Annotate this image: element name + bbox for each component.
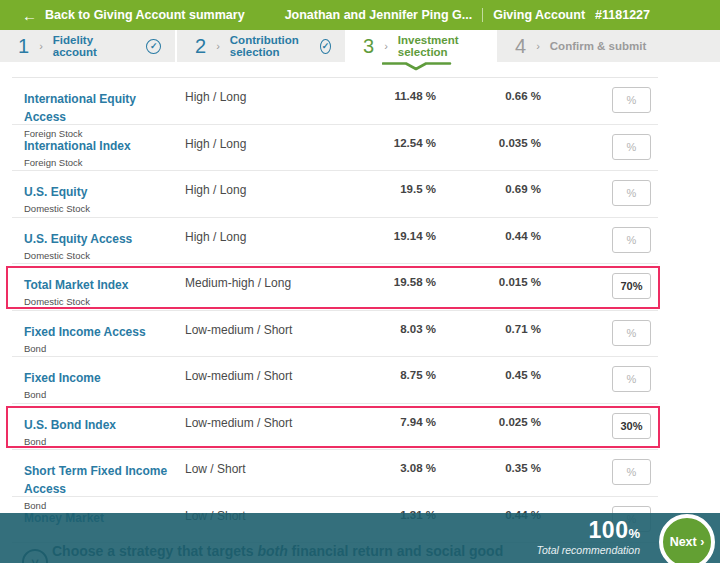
account-info: Jonathan and Jennifer Ping G... Giving A…: [285, 8, 720, 22]
fund-return-pct: 19.58 %: [302, 275, 442, 310]
allocation-input[interactable]: [612, 180, 651, 206]
fund-row: Short Term Fixed Income Access Bond Low …: [12, 450, 658, 497]
fund-name-link[interactable]: Total Market Index: [24, 278, 128, 292]
fund-category: Foreign Stock: [24, 157, 172, 168]
fund-return-pct: 8.75 %: [302, 368, 442, 403]
fund-expense-pct: 0.035 %: [442, 136, 547, 171]
fund-risk: High / Long: [172, 136, 302, 171]
allocation-input[interactable]: [612, 227, 651, 253]
fund-name-link[interactable]: U.S. Bond Index: [24, 418, 116, 432]
step-label: Contribution selection: [230, 34, 312, 58]
total-label: Total recommendation: [536, 544, 640, 556]
fund-name-cell: Total Market Index Domestic Stock: [12, 275, 172, 310]
fund-risk: High / Long: [172, 182, 302, 217]
allocation-input[interactable]: [612, 366, 651, 392]
total-unit: %: [628, 526, 640, 541]
fund-category: Domestic Stock: [24, 250, 172, 261]
fund-row: Fixed Income Bond Low-medium / Short 8.7…: [12, 357, 658, 404]
chevron-right-icon: ›: [384, 40, 388, 52]
fund-name-link[interactable]: U.S. Equity Access: [24, 232, 132, 246]
fund-category: Domestic Stock: [24, 296, 172, 307]
fund-category: Bond: [24, 343, 172, 354]
fund-name-link[interactable]: International Index: [24, 139, 131, 153]
chevron-right-icon: ›: [216, 40, 220, 52]
allocation-input[interactable]: [612, 320, 651, 346]
fund-name-cell: Fixed Income Bond: [12, 368, 172, 403]
account-label: Giving Account: [493, 8, 585, 22]
fund-rows: International Equity Access Foreign Stoc…: [12, 78, 658, 543]
fund-row: International Index Foreign Stock High /…: [12, 125, 658, 172]
fund-name-cell: U.S. Equity Access Domestic Stock: [12, 229, 172, 264]
allocation-input[interactable]: [612, 134, 651, 160]
step-confirm-submit[interactable]: 4 › Confirm & submit: [497, 30, 720, 62]
allocation-cell: [547, 368, 658, 403]
fund-row: U.S. Bond Index Bond Low-medium / Short …: [12, 404, 658, 451]
step-label: Confirm & submit: [550, 40, 646, 52]
step-navigation: 1 › Fidelity account ✓ 2 › Contribution …: [0, 30, 720, 62]
fund-name-link[interactable]: International Equity Access: [24, 92, 136, 124]
fund-name-link[interactable]: Fixed Income: [24, 371, 101, 385]
fund-expense-pct: 0.69 %: [442, 182, 547, 217]
fund-return-pct: 12.54 %: [302, 136, 442, 171]
fund-row: Fixed Income Access Bond Low-medium / Sh…: [12, 311, 658, 358]
fund-name-cell: U.S. Equity Domestic Stock: [12, 182, 172, 217]
chevron-right-icon: ›: [536, 40, 540, 52]
fund-return-pct: 19.5 %: [302, 182, 442, 217]
step-number: 4: [515, 36, 526, 56]
fund-row: U.S. Equity Domestic Stock High / Long 1…: [12, 171, 658, 218]
scrolled-row-edge: [12, 62, 658, 78]
step-investment-selection[interactable]: 3 › Investment selection: [345, 30, 497, 62]
allocation-cell: [547, 415, 658, 450]
fund-expense-pct: 0.015 %: [442, 275, 547, 310]
allocation-cell: [547, 275, 658, 310]
allocation-input[interactable]: [612, 87, 651, 113]
fund-row: Total Market Index Domestic Stock Medium…: [12, 264, 658, 311]
giving-account-page: ← Back to Giving Account summary Jonatha…: [0, 0, 720, 563]
step-label: Fidelity account: [53, 34, 139, 58]
top-bar: ← Back to Giving Account summary Jonatha…: [0, 0, 720, 30]
fund-return-pct: 7.94 %: [302, 415, 442, 450]
fund-category: Bond: [24, 436, 172, 447]
total-recommendation: 100% Total recommendation: [536, 517, 640, 556]
fund-table: International Equity Access Foreign Stoc…: [12, 62, 658, 543]
step-number: 2: [195, 36, 206, 56]
allocation-cell: [547, 322, 658, 357]
allocation-input[interactable]: [612, 413, 651, 439]
fund-name-link[interactable]: U.S. Equity: [24, 185, 87, 199]
step-fidelity-account[interactable]: 1 › Fidelity account ✓: [0, 30, 177, 62]
fund-row: U.S. Equity Access Domestic Stock High /…: [12, 218, 658, 265]
fund-expense-pct: 0.45 %: [442, 368, 547, 403]
fund-category: Bond: [24, 389, 172, 400]
fund-expense-pct: 0.71 %: [442, 322, 547, 357]
allocation-cell: [547, 136, 658, 171]
allocation-input[interactable]: [612, 273, 651, 299]
fund-name-cell: U.S. Bond Index Bond: [12, 415, 172, 450]
fund-name-link[interactable]: Fixed Income Access: [24, 325, 146, 339]
account-name: Jonathan and Jennifer Ping G...: [285, 8, 473, 22]
back-arrow-icon: ←: [22, 8, 37, 23]
fund-risk: Low-medium / Short: [172, 368, 302, 403]
allocation-input[interactable]: [612, 459, 651, 485]
fund-risk: High / Long: [172, 229, 302, 264]
total-bar: 100% Total recommendation Next ›: [0, 513, 720, 563]
step-contribution-selection[interactable]: 2 › Contribution selection ✓: [177, 30, 345, 62]
total-value: 100: [589, 517, 629, 543]
check-circle-icon: ✓: [320, 39, 331, 54]
fund-return-pct: 19.14 %: [302, 229, 442, 264]
fund-name-cell: Fixed Income Access Bond: [12, 322, 172, 357]
fund-expense-pct: 0.025 %: [442, 415, 547, 450]
divider: [482, 8, 483, 22]
step-number: 1: [18, 36, 29, 56]
step-number: 3: [363, 36, 374, 56]
fund-return-pct: 8.03 %: [302, 322, 442, 357]
fund-expense-pct: 0.44 %: [442, 229, 547, 264]
fund-risk: Low-medium / Short: [172, 415, 302, 450]
next-button[interactable]: Next ›: [659, 514, 715, 563]
fund-category: Domestic Stock: [24, 203, 172, 214]
back-to-summary-link[interactable]: ← Back to Giving Account summary: [0, 8, 245, 23]
fund-row: International Equity Access Foreign Stoc…: [12, 78, 658, 125]
fund-name-link[interactable]: Short Term Fixed Income Access: [24, 464, 167, 496]
check-circle-icon: ✓: [146, 39, 161, 54]
fund-name-cell: International Index Foreign Stock: [12, 136, 172, 171]
chevron-right-icon: ›: [39, 40, 43, 52]
